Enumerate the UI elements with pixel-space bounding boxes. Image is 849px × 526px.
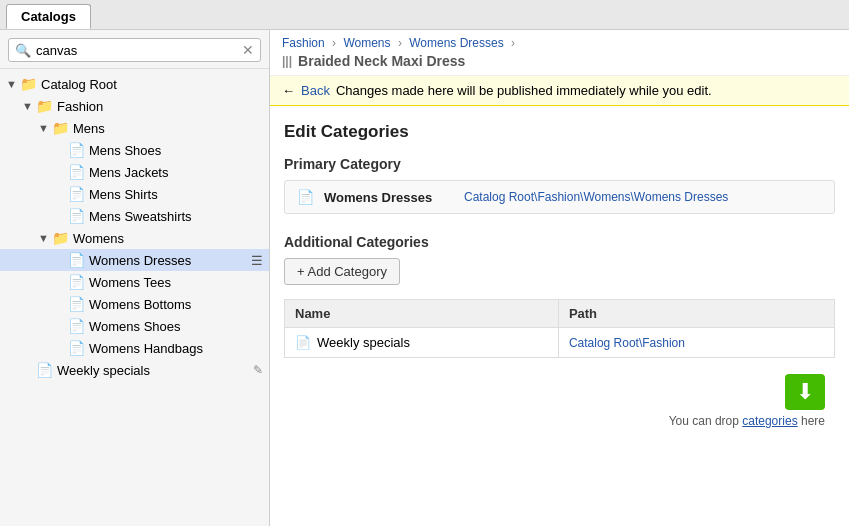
add-category-button[interactable]: + Add Category bbox=[284, 258, 400, 285]
search-icon: 🔍 bbox=[15, 43, 31, 58]
item-label: Womens Bottoms bbox=[89, 297, 263, 312]
col-path: Path bbox=[558, 300, 834, 328]
content-panel: Fashion › Womens › Womens Dresses › ||| … bbox=[270, 30, 849, 526]
table-row: 📄 Weekly specials Catalog Root\Fashion bbox=[285, 328, 835, 358]
item-label: Womens Dresses bbox=[89, 253, 247, 268]
col-name: Name bbox=[285, 300, 559, 328]
node-icon: 📄 bbox=[68, 142, 85, 158]
item-options-icon[interactable]: ☰ bbox=[251, 253, 263, 268]
edit-icon[interactable]: ✎ bbox=[253, 363, 263, 377]
item-label: Mens Jackets bbox=[89, 165, 263, 180]
sidebar-item-fashion[interactable]: ▼📁Fashion bbox=[0, 95, 269, 117]
sidebar-item-womens-handbags[interactable]: 📄Womens Handbags bbox=[0, 337, 269, 359]
row-name-cell: 📄 Weekly specials bbox=[295, 335, 548, 350]
sidebar-item-mens-jackets[interactable]: 📄Mens Jackets bbox=[0, 161, 269, 183]
primary-category-path[interactable]: Catalog Root\Fashion\Womens\Womens Dress… bbox=[464, 190, 728, 204]
sidebar-item-womens-dresses[interactable]: 📄Womens Dresses☰ bbox=[0, 249, 269, 271]
item-label: Mens Sweatshirts bbox=[89, 209, 263, 224]
categories-link[interactable]: categories bbox=[742, 414, 797, 428]
item-label: Weekly specials bbox=[57, 363, 247, 378]
drop-text: You can drop categories here bbox=[669, 414, 825, 428]
node-icon: 📁 bbox=[20, 76, 37, 92]
back-link[interactable]: Back bbox=[301, 83, 330, 98]
sidebar-item-womens[interactable]: ▼📁Womens bbox=[0, 227, 269, 249]
node-icon: 📄 bbox=[68, 208, 85, 224]
breadcrumb-womens-dresses[interactable]: Womens Dresses bbox=[409, 36, 503, 50]
toggle-icon[interactable]: ▼ bbox=[38, 122, 52, 134]
item-label: Mens Shirts bbox=[89, 187, 263, 202]
item-label: Mens bbox=[73, 121, 263, 136]
product-title-icon: ||| bbox=[282, 54, 292, 68]
sidebar-item-womens-shoes[interactable]: 📄Womens Shoes bbox=[0, 315, 269, 337]
alert-bar: ← Back Changes made here will be publish… bbox=[270, 76, 849, 106]
row-name: Weekly specials bbox=[317, 335, 410, 350]
node-icon: 📁 bbox=[36, 98, 53, 114]
main-layout: 🔍 ✕ ▼📁Catalog Root▼📁Fashion▼📁Mens📄Mens S… bbox=[0, 30, 849, 526]
drop-icon: ⬇ bbox=[785, 374, 825, 410]
category-page-icon: 📄 bbox=[297, 189, 314, 205]
node-icon: 📄 bbox=[68, 296, 85, 312]
breadcrumb: Fashion › Womens › Womens Dresses › ||| … bbox=[270, 30, 849, 76]
sidebar: 🔍 ✕ ▼📁Catalog Root▼📁Fashion▼📁Mens📄Mens S… bbox=[0, 30, 270, 526]
node-icon: 📄 bbox=[68, 340, 85, 356]
sidebar-item-mens-shoes[interactable]: 📄Mens Shoes bbox=[0, 139, 269, 161]
breadcrumb-womens[interactable]: Womens bbox=[343, 36, 390, 50]
row-page-icon: 📄 bbox=[295, 335, 311, 350]
item-label: Catalog Root bbox=[41, 77, 263, 92]
panel-body: Edit Categories Primary Category 📄 Women… bbox=[270, 106, 849, 444]
primary-category-title: Primary Category bbox=[284, 156, 835, 172]
item-label: Womens Tees bbox=[89, 275, 263, 290]
alert-message: Changes made here will be published imme… bbox=[336, 83, 712, 98]
node-icon: 📄 bbox=[68, 274, 85, 290]
clear-search-icon[interactable]: ✕ bbox=[242, 42, 254, 58]
node-icon: 📁 bbox=[52, 230, 69, 246]
drop-arrow-icon: ⬇ bbox=[796, 381, 814, 403]
sep-3: › bbox=[511, 36, 515, 50]
node-icon: 📄 bbox=[68, 252, 85, 268]
node-icon: 📁 bbox=[52, 120, 69, 136]
row-path[interactable]: Catalog Root\Fashion bbox=[569, 336, 685, 350]
drop-zone: ⬇ You can drop categories here bbox=[284, 374, 835, 428]
node-icon: 📄 bbox=[68, 186, 85, 202]
sidebar-item-weekly-specials[interactable]: 📄Weekly specials✎ bbox=[0, 359, 269, 381]
sidebar-item-mens[interactable]: ▼📁Mens bbox=[0, 117, 269, 139]
sidebar-item-mens-sweatshirts[interactable]: 📄Mens Sweatshirts bbox=[0, 205, 269, 227]
item-label: Womens bbox=[73, 231, 263, 246]
additional-categories-title: Additional Categories bbox=[284, 234, 835, 250]
sidebar-tree: ▼📁Catalog Root▼📁Fashion▼📁Mens📄Mens Shoes… bbox=[0, 69, 269, 526]
sidebar-item-mens-shirts[interactable]: 📄Mens Shirts bbox=[0, 183, 269, 205]
search-bar: 🔍 ✕ bbox=[0, 30, 269, 69]
primary-category-name: Womens Dresses bbox=[324, 190, 454, 205]
node-icon: 📄 bbox=[68, 318, 85, 334]
sep-2: › bbox=[398, 36, 402, 50]
item-label: Fashion bbox=[57, 99, 263, 114]
top-tab-bar: Catalogs bbox=[0, 0, 849, 30]
primary-category-box: 📄 Womens Dresses Catalog Root\Fashion\Wo… bbox=[284, 180, 835, 214]
search-input[interactable] bbox=[36, 43, 242, 58]
toggle-icon[interactable]: ▼ bbox=[38, 232, 52, 244]
node-icon: 📄 bbox=[68, 164, 85, 180]
additional-categories-table: Name Path 📄 Weekly specials Catalog Root… bbox=[284, 299, 835, 358]
item-label: Womens Handbags bbox=[89, 341, 263, 356]
page-title: Edit Categories bbox=[284, 122, 835, 142]
sidebar-item-womens-bottoms[interactable]: 📄Womens Bottoms bbox=[0, 293, 269, 315]
breadcrumb-fashion[interactable]: Fashion bbox=[282, 36, 325, 50]
sep-1: › bbox=[332, 36, 336, 50]
toggle-icon[interactable]: ▼ bbox=[22, 100, 36, 112]
item-label: Mens Shoes bbox=[89, 143, 263, 158]
item-label: Womens Shoes bbox=[89, 319, 263, 334]
sidebar-item-womens-tees[interactable]: 📄Womens Tees bbox=[0, 271, 269, 293]
alert-arrow: ← bbox=[282, 83, 295, 98]
sidebar-item-catalog-root[interactable]: ▼📁Catalog Root bbox=[0, 73, 269, 95]
toggle-icon[interactable]: ▼ bbox=[6, 78, 20, 90]
product-title: Braided Neck Maxi Dress bbox=[298, 53, 465, 69]
node-icon: 📄 bbox=[36, 362, 53, 378]
search-input-wrap: 🔍 ✕ bbox=[8, 38, 261, 62]
catalogs-tab[interactable]: Catalogs bbox=[6, 4, 91, 29]
